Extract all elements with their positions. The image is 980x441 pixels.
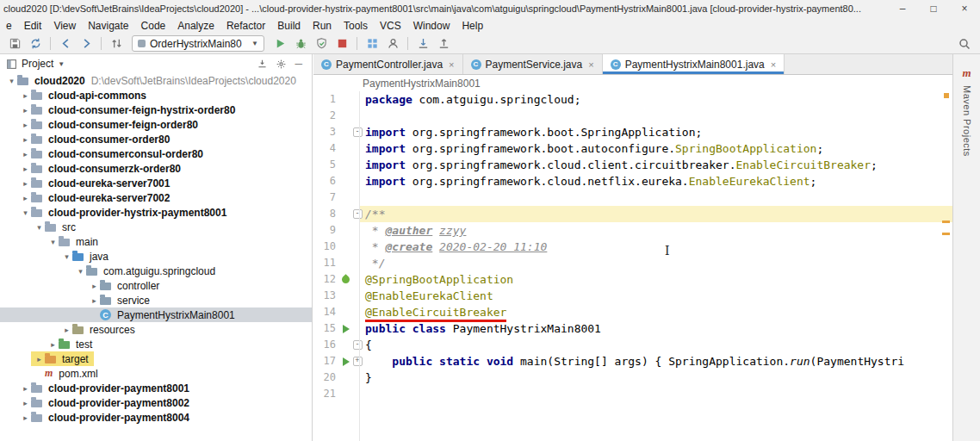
tree-row[interactable]: ▸cloud-consumerzk-order80 xyxy=(0,161,312,176)
profiler-icon[interactable] xyxy=(382,35,403,53)
tree-row[interactable]: ▸target xyxy=(0,351,312,366)
fold-marker[interactable]: - xyxy=(352,337,363,353)
tree-row[interactable]: ▾main xyxy=(0,234,312,249)
chevron-collapsed-icon[interactable]: ▸ xyxy=(20,194,31,202)
code-line[interactable]: 15public class PaymentHystrixMain8001 xyxy=(313,320,952,337)
chevron-collapsed-icon[interactable]: ▸ xyxy=(20,106,31,115)
chevron-expanded-icon[interactable]: ▾ xyxy=(47,238,59,246)
menu-item-edit[interactable]: Edit xyxy=(18,20,48,32)
collapse-all-icon[interactable] xyxy=(257,59,268,70)
chevron-expanded-icon[interactable]: ▾ xyxy=(75,267,86,276)
code-line[interactable]: 21 xyxy=(313,386,952,402)
navigate-up-down-icon[interactable] xyxy=(106,35,127,53)
chevron-collapsed-icon[interactable]: ▸ xyxy=(20,179,31,188)
fold-marker[interactable]: + xyxy=(352,353,363,370)
run-button[interactable] xyxy=(270,35,290,53)
code-line[interactable]: 14@EnableCircuitBreaker xyxy=(313,304,952,320)
chevron-collapsed-icon[interactable]: ▸ xyxy=(20,91,31,100)
close-icon[interactable]: × xyxy=(588,59,593,70)
tree-row[interactable]: ▸resources xyxy=(0,322,312,337)
save-all-icon[interactable] xyxy=(4,35,25,53)
run-gutter-icon[interactable] xyxy=(339,320,352,337)
chevron-collapsed-icon[interactable]: ▸ xyxy=(34,355,45,363)
menu-item-build[interactable]: Build xyxy=(271,20,307,32)
tree-row[interactable]: ▸cloud-provider-payment8001 xyxy=(0,381,312,395)
chevron-expanded-icon[interactable]: ▾ xyxy=(20,208,31,217)
tree-row[interactable]: ▸cloud-eureka-server7002 xyxy=(0,190,312,205)
code-line[interactable]: 2 xyxy=(313,108,952,124)
chevron-collapsed-icon[interactable]: ▸ xyxy=(47,340,59,349)
chevron-collapsed-icon[interactable]: ▸ xyxy=(20,399,31,407)
spring-gutter-icon[interactable] xyxy=(339,271,352,288)
back-icon[interactable] xyxy=(55,35,76,53)
tree-row[interactable]: ▸cloud-provider-payment8004 xyxy=(0,410,312,425)
code-line[interactable]: 8-/** xyxy=(313,206,952,222)
menu-item-vcs[interactable]: VCS xyxy=(374,20,407,32)
code-line[interactable]: 17+ public static void main(String[] arg… xyxy=(313,353,952,370)
chevron-collapsed-icon[interactable]: ▸ xyxy=(20,121,31,129)
code-line[interactable]: 16-{ xyxy=(313,337,952,353)
hide-panel-icon[interactable]: ─ xyxy=(295,59,302,68)
tree-row[interactable]: ▸test xyxy=(0,337,312,351)
editor-tab[interactable]: C PaymentService.java × xyxy=(463,54,603,74)
warning-stripe-mark[interactable] xyxy=(942,220,950,223)
code-line[interactable]: 3-import org.springframework.boot.Spring… xyxy=(313,124,952,140)
tree-row[interactable]: ▸service xyxy=(0,293,312,307)
menu-item-navigate[interactable]: Navigate xyxy=(82,20,134,32)
forward-icon[interactable] xyxy=(76,35,96,53)
run-with-coverage-button[interactable] xyxy=(311,35,332,53)
chevron-collapsed-icon[interactable]: ▸ xyxy=(20,384,31,393)
menu-item-analyze[interactable]: Analyze xyxy=(171,20,220,32)
chevron-collapsed-icon[interactable]: ▸ xyxy=(20,150,31,158)
minimize-button[interactable]: – xyxy=(887,0,918,17)
editor-tab-active[interactable]: C PaymentHystrixMain8001.java × xyxy=(603,54,785,74)
tree-row[interactable]: ▸controller xyxy=(0,278,312,293)
tree-row[interactable]: ▾java xyxy=(0,249,312,264)
maven-projects-tab[interactable]: Maven Projects xyxy=(962,85,972,157)
close-button[interactable]: × xyxy=(949,0,980,17)
tree-row[interactable]: ▾com.atguigu.springcloud xyxy=(0,264,312,278)
menu-item-tools[interactable]: Tools xyxy=(338,20,374,32)
synchronize-icon[interactable] xyxy=(25,35,46,53)
chevron-expanded-icon[interactable]: ▾ xyxy=(6,77,17,85)
code-line[interactable]: 11 */ xyxy=(313,255,952,271)
chevron-collapsed-icon[interactable]: ▸ xyxy=(20,165,31,173)
settings-gear-icon[interactable] xyxy=(276,59,287,70)
chevron-down-icon[interactable]: ▼ xyxy=(58,60,65,68)
chevron-expanded-icon[interactable]: ▾ xyxy=(34,223,45,232)
maximize-button[interactable]: □ xyxy=(918,0,949,17)
run-dashboard-icon[interactable] xyxy=(362,35,382,53)
search-everywhere-icon[interactable] xyxy=(954,35,975,53)
code-line[interactable]: 5import org.springframework.cloud.client… xyxy=(313,157,952,173)
project-panel-title[interactable]: Project xyxy=(22,58,53,70)
tree-row[interactable]: mpom.xml xyxy=(0,366,312,381)
breadcrumb-item[interactable]: PaymentHystrixMain8001 xyxy=(363,78,481,90)
menu-item-window[interactable]: Window xyxy=(407,20,456,32)
code-line[interactable]: 1package com.atguigu.springcloud; xyxy=(313,91,952,108)
close-icon[interactable]: × xyxy=(449,59,454,70)
code-line[interactable]: 12@SpringBootApplication xyxy=(313,271,952,288)
menu-item-view[interactable]: View xyxy=(47,20,82,32)
run-gutter-icon[interactable] xyxy=(339,353,352,370)
code-line[interactable]: 9 * @auther zzyy xyxy=(313,222,952,239)
run-configuration-select[interactable]: OrderHystrixMain80 ▼ xyxy=(132,35,264,52)
chevron-expanded-icon[interactable]: ▾ xyxy=(61,252,72,261)
editor-tab[interactable]: C PaymentController.java × xyxy=(313,54,463,74)
vcs-commit-icon[interactable] xyxy=(433,35,454,53)
chevron-collapsed-icon[interactable]: ▸ xyxy=(20,135,31,144)
tree-row[interactable]: ▾cloud2020D:\devSoft\JetBrains\IdeaProje… xyxy=(0,73,312,88)
debug-button[interactable] xyxy=(290,35,311,53)
code-line[interactable]: 13@EnableEurekaClient xyxy=(313,288,952,304)
menu-item-code[interactable]: Code xyxy=(135,20,172,32)
tree-row[interactable]: CPaymentHystrixMain8001 xyxy=(0,307,312,322)
menu-item-help[interactable]: Help xyxy=(456,20,489,32)
code-line[interactable]: 7 xyxy=(313,189,952,206)
vcs-update-icon[interactable] xyxy=(412,35,433,53)
chevron-collapsed-icon[interactable]: ▸ xyxy=(89,282,100,290)
tree-row[interactable]: ▾src xyxy=(0,220,312,234)
tree-row[interactable]: ▸cloud-consumer-order80 xyxy=(0,132,312,146)
tree-row[interactable]: ▸cloud-api-commons xyxy=(0,88,312,102)
fold-marker[interactable]: - xyxy=(352,124,363,140)
code-line[interactable]: 4import org.springframework.boot.autocon… xyxy=(313,140,952,157)
fold-marker[interactable]: - xyxy=(352,206,363,222)
